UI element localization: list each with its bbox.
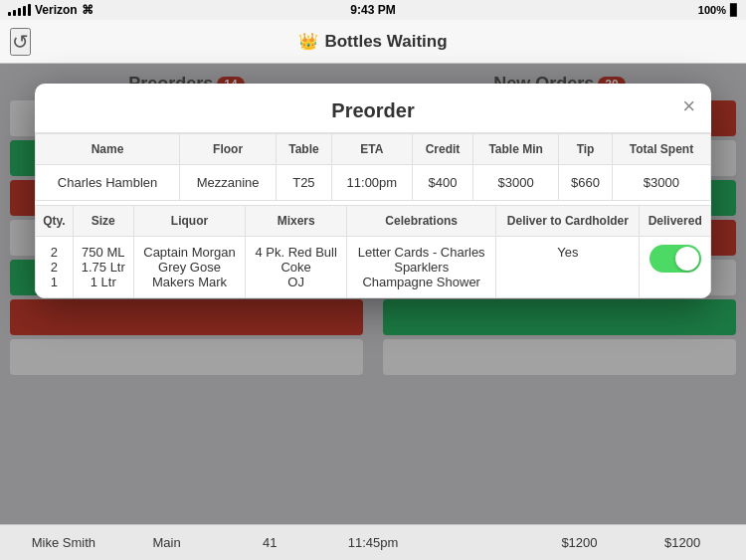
size-1: 750 ML: [80, 245, 127, 260]
cell-eta: 11:00pm: [331, 165, 412, 201]
celebration-3: Champagne Shower: [353, 275, 489, 289]
status-bar: Verizon ⌘ 9:43 PM 100% ▊: [0, 0, 746, 20]
mixer-1: 4 Pk. Red Bull: [252, 245, 340, 260]
status-left: Verizon ⌘: [8, 3, 93, 17]
modal-header: Preorder ×: [35, 84, 711, 133]
col-floor: Floor: [180, 134, 277, 165]
qty-1: 2: [42, 245, 67, 260]
col-tablemin: Table Min: [473, 134, 559, 165]
liquor-2: Grey Gose: [140, 260, 240, 275]
modal-title: Preorder: [331, 99, 414, 121]
col-totalspent: Total Spent: [612, 134, 710, 165]
cell-name: Charles Hamblen: [36, 165, 180, 201]
mixer-2: Coke: [252, 260, 340, 275]
order-mixers-cell: 4 Pk. Red Bull Coke OJ: [246, 237, 347, 298]
order-table-header-row: Qty. Size Liquor Mixers Celebrations Del…: [36, 206, 711, 237]
battery-icon: ▊: [730, 4, 738, 17]
nav-bar: ↺ 👑 Bottles Waiting: [0, 20, 746, 64]
bottom-floor: Main: [115, 535, 219, 550]
order-col-mixers: Mixers: [246, 206, 347, 237]
bottom-tablemin: $1200: [528, 535, 632, 550]
deliver-to-cardholder-value: Yes: [557, 245, 578, 260]
preorder-modal: Preorder × Name Floor Table ETA Credit T…: [35, 84, 711, 298]
col-eta: ETA: [331, 134, 412, 165]
delivered-toggle[interactable]: [650, 245, 701, 273]
refresh-icon: ↺: [12, 31, 29, 53]
liquor-3: Makers Mark: [140, 275, 240, 289]
modal-close-button[interactable]: ×: [682, 95, 695, 117]
order-celebrations-cell: Letter Cards - Charles Sparklers Champag…: [347, 237, 496, 298]
bottom-bar: Mike Smith Main 41 11:45pm $1200 $1200: [0, 524, 746, 560]
battery-label: 100%: [698, 4, 726, 16]
order-col-qty: Qty.: [36, 206, 74, 237]
qty-2: 2: [42, 260, 67, 275]
wifi-icon: ⌘: [82, 3, 93, 17]
signal-icon: [8, 4, 31, 16]
modal-info-section: Name Floor Table ETA Credit Table Min Ti…: [35, 133, 711, 298]
modal-overlay: Preorder × Name Floor Table ETA Credit T…: [0, 64, 746, 524]
info-table: Name Floor Table ETA Credit Table Min Ti…: [35, 133, 711, 201]
order-table: Qty. Size Liquor Mixers Celebrations Del…: [35, 205, 711, 298]
bottom-totalspent: $1200: [631, 535, 734, 550]
cell-totalspent: $3000: [612, 165, 710, 201]
celebration-1: Letter Cards - Charles: [353, 245, 489, 260]
order-col-celebrations: Celebrations: [347, 206, 496, 237]
order-col-delivered: Delivered: [640, 206, 711, 237]
info-table-header-row: Name Floor Table ETA Credit Table Min Ti…: [36, 134, 711, 165]
order-col-size: Size: [73, 206, 133, 237]
order-col-deliver: Deliver to Cardholder: [496, 206, 640, 237]
liquor-1: Captain Morgan: [140, 245, 240, 260]
mixer-3: OJ: [252, 275, 340, 289]
bottom-name: Mike Smith: [12, 535, 115, 550]
status-right: 100% ▊: [698, 4, 738, 17]
nav-crown-icon: 👑: [298, 32, 318, 51]
col-table: Table: [277, 134, 332, 165]
order-qty-cell: 2 2 1: [36, 237, 74, 298]
bottom-eta: 11:45pm: [321, 535, 425, 550]
order-col-liquor: Liquor: [133, 206, 246, 237]
qty-3: 1: [42, 275, 67, 289]
col-credit: Credit: [413, 134, 473, 165]
cell-tip: $660: [559, 165, 613, 201]
nav-title: Bottles Waiting: [324, 32, 447, 52]
order-size-cell: 750 ML 1.75 Ltr 1 Ltr: [73, 237, 133, 298]
bottom-table: 41: [218, 535, 321, 550]
col-name: Name: [36, 134, 180, 165]
col-tip: Tip: [559, 134, 613, 165]
cell-floor: Mezzanine: [180, 165, 277, 201]
nav-back-button[interactable]: ↺: [10, 28, 31, 56]
order-liquor-cell: Captain Morgan Grey Gose Makers Mark: [133, 237, 246, 298]
info-table-data-row: Charles Hamblen Mezzanine T25 11:00pm $4…: [36, 165, 711, 201]
order-delivered-cell: [640, 237, 711, 298]
cell-credit: $400: [413, 165, 473, 201]
cell-table: T25: [277, 165, 332, 201]
size-2: 1.75 Ltr: [80, 260, 127, 275]
order-deliver-cell: Yes: [496, 237, 640, 298]
celebration-2: Sparklers: [353, 260, 489, 275]
carrier-label: Verizon: [35, 3, 78, 17]
status-time: 9:43 PM: [350, 3, 395, 17]
order-table-data-row: 2 2 1 750 ML 1.75 Ltr 1 Ltr Captain Morg…: [36, 237, 711, 298]
cell-tablemin: $3000: [473, 165, 559, 201]
size-3: 1 Ltr: [80, 275, 127, 289]
